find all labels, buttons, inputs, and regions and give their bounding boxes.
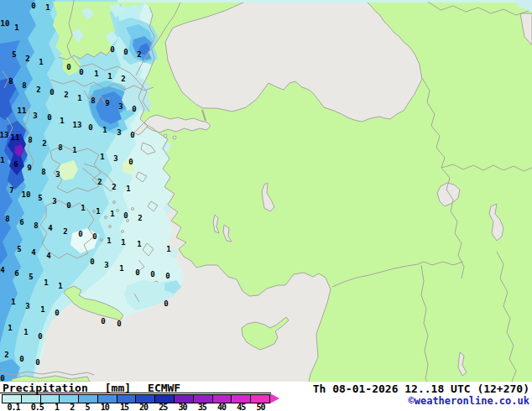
precip-value: 0 bbox=[31, 2, 35, 10]
legend-label: 30 bbox=[173, 403, 192, 411]
precip-value: 3 bbox=[117, 128, 121, 137]
precip-value: 0 bbox=[66, 63, 70, 71]
legend-cell bbox=[98, 395, 117, 403]
precip-value: 4 bbox=[31, 248, 36, 257]
legend: Precipitation [mm] ECMWF 0.10.5125101520… bbox=[0, 382, 532, 411]
precip-value: 1 bbox=[40, 305, 44, 314]
precip-value: 3 bbox=[33, 112, 37, 120]
precip-value: 1 bbox=[107, 72, 112, 81]
legend-cell bbox=[155, 395, 175, 403]
precip-value: 1 bbox=[126, 185, 130, 193]
precip-value: 0 bbox=[164, 299, 168, 308]
precip-value: 0 bbox=[92, 232, 96, 241]
precip-value: 1 bbox=[102, 126, 107, 134]
precip-value: 1 bbox=[96, 207, 100, 216]
precip-value: 3 bbox=[25, 302, 29, 310]
precip-value: 0 bbox=[79, 68, 83, 76]
legend-cell bbox=[175, 395, 194, 403]
precip-value: 5 bbox=[12, 50, 16, 59]
legend-meta: Th 08-01-2026 12..18 UTC (12+270) ©weath… bbox=[313, 382, 529, 407]
precip-value: 3 bbox=[104, 261, 108, 269]
precip-value: 0 bbox=[78, 230, 82, 238]
precip-value: 2 bbox=[97, 178, 102, 186]
precip-value: 0 bbox=[117, 320, 121, 328]
precip-value: 2 bbox=[138, 214, 142, 222]
precip-value: 6 bbox=[19, 218, 23, 226]
precip-value: 5 bbox=[29, 273, 33, 281]
legend-label: 35 bbox=[192, 403, 211, 411]
precip-value: 4 bbox=[46, 252, 51, 260]
precip-value: 1 bbox=[0, 156, 4, 164]
precip-value: 13 bbox=[73, 121, 82, 129]
precip-value: 9 bbox=[105, 99, 109, 107]
precip-value: 8 bbox=[91, 96, 95, 105]
precip-value: 0 bbox=[66, 201, 70, 210]
precip-value: 0 bbox=[150, 270, 154, 278]
precip-value: 0 bbox=[55, 309, 59, 317]
precip-value: 0 bbox=[0, 374, 4, 382]
legend-cell bbox=[41, 395, 60, 403]
precip-value: 3 bbox=[113, 154, 117, 163]
precip-value: 1 bbox=[121, 238, 125, 247]
legend-cell bbox=[79, 395, 98, 403]
precip-value: 2 bbox=[63, 227, 67, 236]
precip-value: 2 bbox=[112, 183, 116, 191]
precip-value: 0 bbox=[35, 358, 39, 367]
precip-value: 0 bbox=[128, 158, 133, 166]
legend-cell bbox=[251, 395, 269, 403]
precip-value: 1 bbox=[72, 146, 76, 154]
precip-value: 0 bbox=[19, 355, 23, 363]
precip-value: 0 bbox=[101, 317, 105, 325]
copyright-text: ©weatheronline.co.uk bbox=[313, 395, 529, 407]
legend-label: 0.5 bbox=[25, 403, 49, 411]
precip-value: 13 bbox=[0, 131, 8, 139]
legend-rule bbox=[0, 393, 271, 393]
legend-label: 15 bbox=[114, 403, 133, 411]
legend-label: 20 bbox=[134, 403, 154, 411]
precip-value: 1 bbox=[107, 237, 111, 245]
legend-label: 10 bbox=[95, 403, 114, 411]
precip-value: 8 bbox=[8, 77, 13, 86]
legend-label: 5 bbox=[80, 403, 95, 411]
precip-value: 1 bbox=[119, 264, 123, 273]
legend-cell bbox=[194, 395, 213, 403]
precip-value: 1 bbox=[81, 204, 85, 212]
precip-value: 0 bbox=[135, 268, 139, 277]
precip-value: 4 bbox=[48, 224, 53, 232]
precip-value: 0 bbox=[123, 48, 128, 56]
precip-value: 8 bbox=[34, 221, 38, 230]
precip-value: 2 bbox=[36, 86, 40, 94]
precip-value: 4 bbox=[0, 266, 5, 274]
precip-value: 11 bbox=[18, 107, 27, 115]
precip-value: 0 bbox=[90, 258, 94, 266]
legend-label: 45 bbox=[232, 403, 251, 411]
precip-value: 2 bbox=[4, 351, 8, 359]
precip-value: 5 bbox=[38, 194, 42, 202]
legend-cell bbox=[117, 395, 137, 403]
precip-value: 1 bbox=[45, 3, 50, 12]
precip-value: 2 bbox=[25, 55, 29, 63]
legend-label: 40 bbox=[211, 403, 231, 411]
precip-value: 10 bbox=[1, 19, 10, 28]
legend-label: 0.1 bbox=[2, 403, 25, 411]
precip-value: 1 bbox=[8, 324, 12, 332]
legend-cell bbox=[60, 395, 79, 403]
precip-value: 0 bbox=[88, 123, 92, 132]
precip-value: 1 bbox=[137, 240, 141, 248]
precipitation-map: 0110152100200112882021893011301130130131… bbox=[0, 0, 532, 382]
precip-value: 6 bbox=[13, 160, 18, 169]
precip-value: 2 bbox=[137, 50, 141, 59]
precip-value: 2 bbox=[42, 139, 46, 148]
precip-value: 1 bbox=[39, 58, 43, 66]
legend-scale-labels: 0.10.5125101520253035404550 bbox=[2, 403, 270, 411]
precip-value: 1 bbox=[58, 282, 62, 290]
legend-label: 2 bbox=[65, 403, 80, 411]
precip-value: 7 bbox=[9, 186, 13, 195]
precip-value: 1 bbox=[11, 298, 15, 306]
map-canvas: 0110152100200112882021893011301130130131… bbox=[0, 0, 532, 382]
weather-map-page: 0110152100200112882021893011301130130131… bbox=[0, 0, 532, 411]
legend-cell bbox=[22, 395, 41, 403]
legend-cell bbox=[232, 395, 251, 403]
precip-value: 1 bbox=[14, 23, 18, 32]
precip-value: 1 bbox=[110, 210, 114, 218]
